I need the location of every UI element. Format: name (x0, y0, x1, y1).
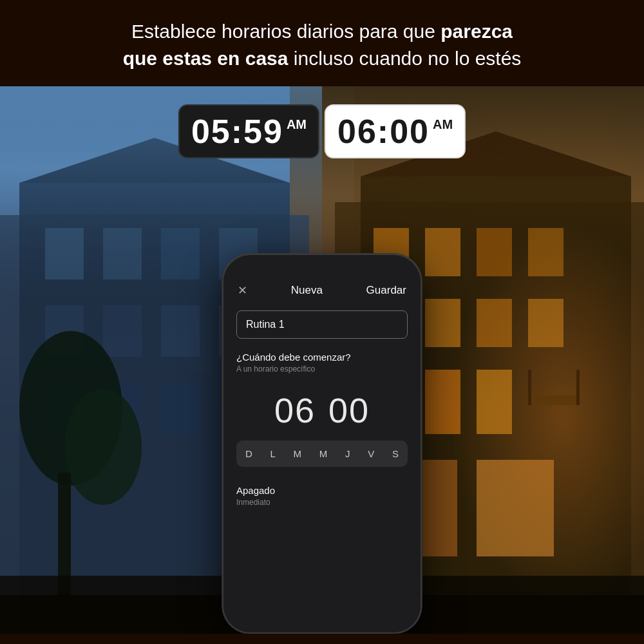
phone-content: ¿Cuándo debe comenzar? A un horario espe… (223, 305, 421, 518)
svg-rect-37 (528, 370, 531, 405)
time-left-value: 05:59 (191, 112, 283, 151)
page-wrapper: Establece horarios diarios para que pare… (0, 0, 644, 634)
time-right-value: 06:00 (337, 112, 430, 151)
days-row: D L M M J V S (236, 440, 408, 467)
phone-title: Nueva (291, 284, 323, 297)
off-title: Apagado (236, 485, 408, 496)
svg-point-34 (64, 389, 142, 505)
routine-name-input[interactable] (236, 310, 408, 339)
picker-hour[interactable]: 06 (274, 390, 316, 430)
header-line1-bold: parezca (440, 21, 513, 42)
svg-rect-38 (576, 370, 580, 405)
day-d[interactable]: D (242, 447, 256, 460)
off-section: Apagado Inmediato (236, 478, 408, 513)
time-picker[interactable]: 06 00 (236, 384, 408, 440)
day-m2[interactable]: M (316, 447, 332, 460)
off-subtitle: Inmediato (236, 498, 408, 507)
close-button[interactable]: ✕ (238, 283, 247, 298)
header-line2-normal: incluso cuando no lo estés (288, 48, 521, 69)
phone-mockup: ✕ Nueva Guardar ¿Cuándo debe comenzar? A… (222, 254, 422, 634)
svg-rect-12 (161, 383, 200, 434)
phone-notch (287, 255, 357, 273)
time-right-am: AM (433, 117, 453, 132)
time-badge-left: 05:59 AM (178, 104, 319, 158)
svg-rect-36 (528, 395, 580, 405)
when-section: ¿Cuándo debe comenzar? A un horario espe… (236, 352, 408, 374)
phone-header: ✕ Nueva Guardar (223, 273, 421, 305)
when-title: ¿Cuándo debe comenzar? (236, 352, 408, 363)
save-button[interactable]: Guardar (366, 284, 406, 297)
phone-screen: ✕ Nueva Guardar ¿Cuándo debe comenzar? A… (223, 273, 421, 634)
day-v[interactable]: V (364, 447, 378, 460)
day-j[interactable]: J (341, 447, 354, 460)
day-l[interactable]: L (266, 447, 279, 460)
day-s[interactable]: S (388, 447, 402, 460)
day-m1[interactable]: M (290, 447, 306, 460)
header-text: Establece horarios diarios para que pare… (39, 18, 605, 72)
header-line2-bold: que estas en casa (123, 48, 289, 69)
when-subtitle: A un horario específico (236, 365, 408, 374)
header-line1-normal: Establece horarios diarios para que (131, 21, 440, 42)
picker-minute[interactable]: 00 (328, 390, 370, 430)
time-badges-container: 05:59 AM 06:00 AM (178, 104, 466, 158)
top-header: Establece horarios diarios para que pare… (0, 0, 644, 86)
time-badge-right: 06:00 AM (325, 104, 466, 158)
time-left-am: AM (287, 117, 307, 132)
image-section: 05:59 AM 06:00 AM ✕ Nueva Guardar (0, 86, 644, 634)
